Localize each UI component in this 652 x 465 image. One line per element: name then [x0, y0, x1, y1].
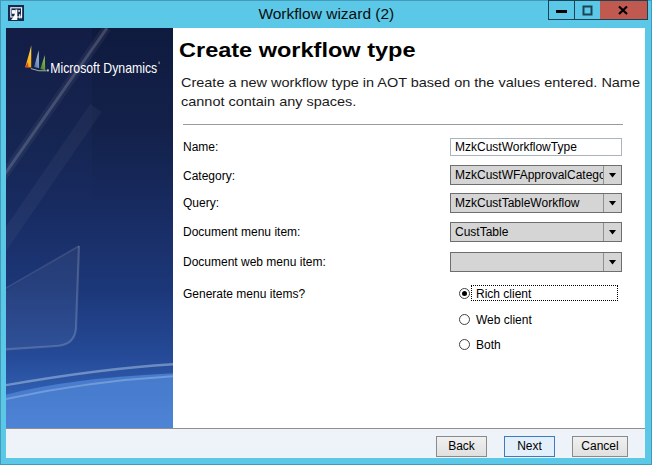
svg-text:Microsoft Dynamics: Microsoft Dynamics — [50, 60, 157, 76]
